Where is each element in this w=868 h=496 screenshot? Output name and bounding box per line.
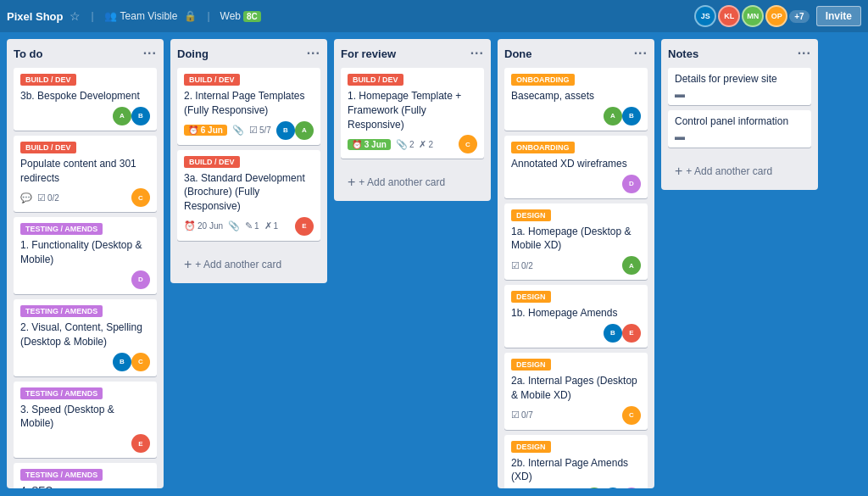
column-done-body: ONBOARDING Basecamp, assets A B ONBOARDI… [498, 64, 654, 488]
card-footer: B C [20, 353, 150, 371]
card-title: 1a. Homepage (Desktop & Mobile XD) [511, 225, 641, 254]
add-card-notes[interactable]: + + Add another card [668, 159, 811, 183]
column-notes-menu[interactable]: ··· [798, 46, 811, 61]
note-text: Control panel information [675, 115, 804, 127]
avatar-2[interactable]: KL [718, 5, 740, 27]
avatar-4[interactable]: OP [765, 5, 787, 27]
label-design: DESIGN [511, 209, 551, 221]
card-seo[interactable]: TESTING / AMENDS 4. SEO A [14, 463, 157, 488]
column-todo-menu[interactable]: ··· [143, 46, 157, 61]
card-bespoke-dev[interactable]: BUILD / DEV 3b. Bespoke Development A B [14, 68, 157, 131]
add-card-doing[interactable]: + + Add another card [177, 253, 320, 276]
web-label: Web [220, 10, 241, 22]
app-header: Pixel Shop ☆ | 👥 Team Visible 🔒 | Web 8C… [0, 0, 868, 32]
card-title: 3. Speed (Desktop & Mobile) [20, 403, 150, 432]
column-todo-title: To do [14, 47, 42, 60]
separator2: | [207, 10, 209, 22]
plus-icon: + [675, 164, 682, 178]
card-internal-page-templates[interactable]: BUILD / DEV 2. Internal Page Templates (… [177, 68, 320, 145]
pencil-icon: ✎ [245, 220, 253, 231]
avatar: A [585, 488, 604, 488]
card-title: 2. Internal Page Templates (Fully Respon… [184, 89, 314, 118]
label-design: DESIGN [511, 359, 551, 371]
card-internal-page-amends[interactable]: DESIGN 2b. Internal Page Amends (XD) 👁 A… [504, 435, 648, 488]
column-done-header: Done ··· [498, 39, 654, 64]
card-title: 2. Visual, Content, Spelling (Desktop & … [20, 320, 150, 349]
column-for-review-title: For review [341, 47, 396, 60]
invite-button[interactable]: Invite [816, 6, 861, 26]
add-card-for-review[interactable]: + + Add another card [341, 170, 484, 194]
card-footer: ⏰ 3 Jun 📎2 ✗2 C [348, 135, 477, 153]
cross-meta: ✗2 [419, 139, 433, 150]
card-footer: E [20, 434, 150, 453]
column-notes-title: Notes [668, 47, 698, 60]
column-for-review-header: For review ··· [334, 39, 491, 64]
card-homepage-template[interactable]: BUILD / DEV 1. Homepage Template + Frame… [341, 68, 484, 159]
card-title: 3a. Standard Development (Brochure) (Ful… [184, 171, 314, 214]
column-notes: Notes ··· Details for preview site ▬ Con… [661, 39, 818, 190]
column-doing-body: BUILD / DEV 2. Internal Page Templates (… [170, 64, 327, 249]
card-homepage-amends[interactable]: DESIGN 1b. Homepage Amends B E [504, 285, 648, 348]
card-footer: 👁 A B D [511, 488, 641, 488]
card-standard-development[interactable]: BUILD / DEV 3a. Standard Development (Br… [177, 150, 320, 241]
card-functionality[interactable]: TESTING / AMENDS 1. Functionality (Deskt… [14, 217, 157, 294]
note-control-panel[interactable]: Control panel information ▬ [668, 110, 811, 148]
label-testing: TESTING / AMENDS [20, 387, 103, 399]
star-icon[interactable]: ☆ [70, 9, 81, 23]
column-doing-menu[interactable]: ··· [307, 46, 320, 61]
avatar-1[interactable]: JS [694, 5, 716, 27]
card-meta: ⏰20 Jun 📎 ✎1 ✗1 [184, 220, 278, 231]
label-build-dev: BUILD / DEV [20, 74, 76, 86]
avatar: C [131, 188, 150, 207]
card-annotated-xd[interactable]: ONBOARDING Annotated XD wireframes D [504, 136, 648, 198]
card-title: Basecamp, assets [511, 89, 641, 103]
avatar: A [604, 107, 622, 125]
avatar: B [604, 324, 622, 343]
logo-text: Pixel Shop [7, 10, 63, 23]
avatar: E [131, 434, 150, 453]
plus-icon: + [184, 258, 192, 271]
label-testing: TESTING / AMENDS [20, 223, 103, 235]
column-doing: Doing ··· BUILD / DEV 2. Internal Page T… [170, 39, 327, 283]
avatar: B [622, 107, 641, 125]
team-icon: 👥 [104, 10, 117, 22]
card-title: 1. Homepage Template + Framework (Fully … [348, 89, 477, 131]
card-title: 1. Functionality (Desktop & Mobile) [20, 238, 150, 267]
label-design: DESIGN [511, 291, 551, 303]
card-internal-pages-desktop[interactable]: DESIGN 2a. Internal Pages (Desktop & Mob… [504, 353, 648, 430]
board-title[interactable]: Pixel Shop [7, 10, 63, 23]
card-avatars: D [622, 175, 641, 193]
card-footer: A B [511, 107, 641, 125]
pencil-meta: ✎1 [245, 220, 259, 231]
checklist-meta: ☑0/2 [511, 260, 533, 271]
web-badge: 8C [243, 11, 261, 22]
card-visual-content[interactable]: TESTING / AMENDS 2. Visual, Content, Spe… [14, 299, 157, 376]
card-basecamp-assets[interactable]: ONBOARDING Basecamp, assets A B [504, 68, 648, 131]
label-build-dev: BUILD / DEV [20, 142, 76, 153]
avatar: D [622, 488, 641, 488]
column-for-review-menu[interactable]: ··· [470, 46, 484, 61]
avatar-3[interactable]: MN [742, 5, 764, 27]
checklist-icon: ☑ [249, 125, 258, 136]
avatar: C [622, 406, 641, 425]
card-populate-content[interactable]: BUILD / DEV Populate content and 301 red… [14, 136, 157, 213]
avatar: E [295, 217, 314, 236]
label-testing: TESTING / AMENDS [20, 469, 103, 481]
column-done-menu[interactable]: ··· [634, 46, 648, 61]
card-speed[interactable]: TESTING / AMENDS 3. Speed (Desktop & Mob… [14, 382, 157, 459]
card-title: 3b. Bespoke Development [20, 89, 150, 103]
card-homepage-desktop-mobile[interactable]: DESIGN 1a. Homepage (Desktop & Mobile XD… [504, 203, 648, 281]
separator: | [91, 10, 93, 22]
avatar: C [459, 135, 477, 153]
card-avatars: B C [113, 353, 150, 371]
note-preview-site[interactable]: Details for preview site ▬ [668, 68, 811, 105]
card-avatars: A B [113, 107, 150, 125]
label-testing: TESTING / AMENDS [20, 305, 103, 317]
card-avatars: A [622, 256, 641, 275]
add-card-label: + Add another card [359, 176, 445, 188]
card-footer: B E [511, 324, 641, 343]
attachment-meta: 📎 [232, 125, 244, 136]
note-icon: ▬ [675, 131, 804, 142]
cross-icon: ✗ [264, 220, 272, 231]
card-meta: ⏰ 6 Jun 📎 ☑5/7 [184, 125, 271, 136]
